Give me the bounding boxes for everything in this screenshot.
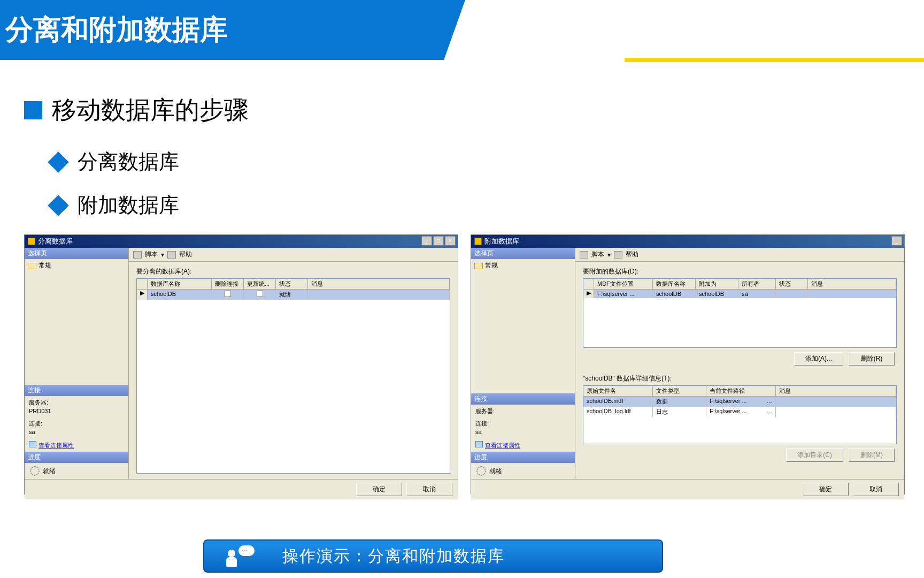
window-title: 分离数据库 — [38, 237, 73, 246]
table-row[interactable]: schoolDB_log.ldf 日志 F:\sqlserver ...… — [583, 407, 896, 417]
server-info: 服务器: 连接: sa 查看连接属性 — [471, 405, 575, 452]
col-curpath[interactable]: 当前文件路径 — [706, 386, 776, 397]
minimize-button[interactable]: _ — [891, 236, 902, 246]
cell-fname: schoolDB_log.ldf — [583, 407, 653, 417]
server-label: 服务器: — [29, 398, 124, 407]
col-status[interactable]: 状态 — [776, 279, 808, 290]
title-banner: 分离和附加数据库 — [0, 0, 481, 60]
cancel-button[interactable]: 取消 — [406, 483, 452, 496]
ok-button[interactable]: 确定 — [803, 483, 849, 496]
nav-item-general[interactable]: 常规 — [25, 259, 128, 272]
col-dropconn[interactable]: 删除连接 — [212, 279, 244, 290]
browse-icon[interactable]: … — [766, 408, 772, 416]
page-icon — [28, 263, 36, 269]
spinner-icon — [476, 466, 486, 476]
checkbox-dropconn[interactable] — [225, 291, 231, 297]
help-button[interactable]: 帮助 — [626, 250, 638, 259]
cell-fpath: F:\sqlserver ... — [710, 398, 747, 406]
progress-status: 就绪 — [25, 463, 128, 479]
properties-icon — [29, 441, 36, 447]
maximize-button[interactable]: □ — [433, 236, 444, 246]
slide-title: 分离和附加数据库 — [5, 11, 228, 49]
properties-icon — [475, 441, 483, 447]
conn-label: 连接: — [475, 419, 571, 428]
square-bullet-icon — [24, 101, 42, 119]
detail-grid[interactable]: 原始文件名 文件类型 当前文件路径 消息 schoolDB.mdf 数据 F:\… — [583, 385, 897, 444]
remove2-button[interactable]: 删除(M) — [849, 448, 895, 462]
table-row[interactable]: ▶ schoolDB 就绪 — [137, 290, 450, 300]
detail-label: "schoolDB" 数据库详细信息(T): — [583, 374, 897, 383]
page-icon — [474, 263, 483, 269]
ok-button[interactable]: 确定 — [356, 483, 402, 496]
col-mdfpath[interactable]: MDF文件位置 — [594, 279, 653, 290]
cell-ftype: 日志 — [653, 407, 706, 417]
window-title: 附加数据库 — [484, 237, 519, 246]
view-connection-link[interactable]: 查看连接属性 — [38, 442, 74, 448]
browse-icon[interactable]: … — [766, 398, 772, 406]
close-button[interactable]: × — [445, 236, 456, 246]
col-message[interactable]: 消息 — [776, 386, 896, 397]
script-button[interactable]: 脚本 — [145, 250, 158, 259]
cell-fname: schoolDB.mdf — [583, 397, 653, 407]
button-bar: 确定 取消 — [471, 479, 904, 499]
connection-header: 连接 — [471, 393, 575, 405]
col-message[interactable]: 消息 — [308, 279, 450, 290]
detach-grid[interactable]: 数据库名称 删除连接 更新统... 状态 消息 ▶ schoolDB 就绪 — [136, 278, 450, 474]
col-message[interactable]: 消息 — [808, 279, 896, 290]
nav-header: 选择页 — [471, 248, 575, 259]
cell-status: 就绪 — [276, 290, 308, 300]
bullet-text-1: 分离数据库 — [78, 148, 179, 176]
titlebar[interactable]: 分离数据库 _ □ × — [25, 235, 458, 248]
checkbox-updatestats[interactable] — [257, 291, 263, 297]
cancel-button[interactable]: 取消 — [853, 483, 899, 496]
attach-grid[interactable]: MDF文件位置 数据库名称 附加为 所有者 状态 消息 ▶ F:\sqlserv… — [583, 278, 897, 348]
ready-text: 就绪 — [489, 467, 502, 476]
col-dbname[interactable]: 数据库名称 — [148, 279, 212, 290]
dropdown-icon[interactable]: ▾ — [161, 251, 164, 258]
nav-item-general[interactable]: 常规 — [471, 259, 575, 272]
spinner-icon — [30, 466, 40, 476]
table-row[interactable]: schoolDB.mdf 数据 F:\sqlserver ...… — [583, 397, 896, 407]
cell-attachas: schoolDB — [696, 290, 738, 298]
button-bar: 确定 取消 — [25, 479, 458, 499]
main-panel: 脚本 ▾ 帮助 要附加的数据库(D): MDF文件位置 数据库名称 附加为 所有… — [575, 248, 904, 479]
conn-label: 连接: — [29, 419, 124, 428]
progress-header: 进度 — [25, 452, 128, 463]
demo-label: 操作演示：分离和附加数据库 — [282, 545, 505, 567]
help-button[interactable]: 帮助 — [179, 250, 192, 259]
script-icon — [133, 251, 142, 258]
demo-button[interactable]: 操作演示：分离和附加数据库 — [203, 539, 663, 573]
view-connection-link[interactable]: 查看连接属性 — [485, 442, 520, 448]
window-icon — [474, 238, 482, 245]
toolbar: 脚本 ▾ 帮助 — [129, 248, 458, 262]
accent-bar — [625, 58, 924, 62]
heading-row: 移动数据库的步骤 — [24, 94, 249, 127]
remove-button[interactable]: 删除(R) — [849, 352, 895, 366]
help-icon — [614, 251, 622, 258]
col-origname[interactable]: 原始文件名 — [583, 386, 653, 397]
cell-status — [776, 290, 808, 298]
col-status[interactable]: 状态 — [276, 279, 308, 290]
col-updatestats[interactable]: 更新统... — [244, 279, 276, 290]
server-value: PRD031 — [29, 407, 124, 416]
script-button[interactable]: 脚本 — [591, 250, 604, 259]
grid-label: 要分离的数据库(A): — [136, 267, 450, 276]
sidebar: 选择页 常规 连接 服务器: PRD031 连接: sa 查看连接属性 进度 就… — [25, 248, 129, 479]
col-dbname[interactable]: 数据库名称 — [653, 279, 696, 290]
add-dir-button[interactable]: 添加目录(C) — [786, 448, 843, 462]
add-button[interactable]: 添加(A)... — [794, 352, 843, 366]
bullet-row: 附加数据库 — [51, 192, 249, 219]
table-row[interactable]: ▶ F:\sqlserver ... schoolDB schoolDB sa — [583, 290, 896, 298]
diamond-bullet-icon — [48, 151, 69, 173]
dropdown-icon[interactable]: ▾ — [607, 251, 611, 258]
titlebar[interactable]: 附加数据库 _ — [471, 235, 904, 248]
nav-item-label: 常规 — [38, 261, 51, 270]
server-label: 服务器: — [475, 407, 571, 416]
col-owner[interactable]: 所有者 — [738, 279, 776, 290]
col-attachas[interactable]: 附加为 — [696, 279, 738, 290]
server-info: 服务器: PRD031 连接: sa 查看连接属性 — [25, 396, 128, 452]
col-filetype[interactable]: 文件类型 — [653, 386, 706, 397]
minimize-button[interactable]: _ — [421, 236, 432, 246]
window-icon — [28, 238, 35, 245]
main-panel: 脚本 ▾ 帮助 要分离的数据库(A): 数据库名称 删除连接 更新统... 状态… — [129, 248, 458, 479]
